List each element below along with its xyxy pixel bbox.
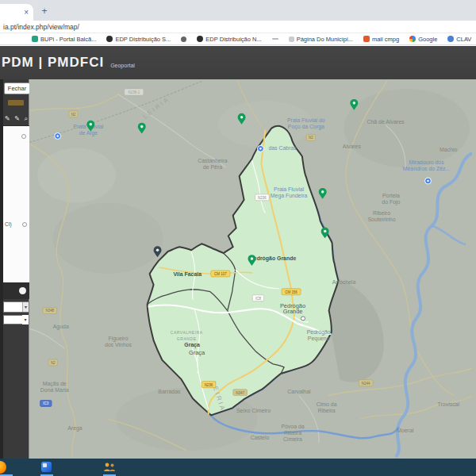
address-bar[interactable]: ia.pt/index.php/view/map/	[0, 21, 476, 33]
bupi-favicon-icon	[32, 36, 38, 42]
road-shield: CM 156	[282, 289, 301, 295]
blue-poi-marker[interactable]	[257, 145, 263, 152]
close-panel-button[interactable]: Fechar	[4, 83, 30, 94]
tab-title: MPI	[0, 9, 24, 17]
svg-text:IC8: IC8	[255, 297, 261, 301]
map-label-ch-de-alvares: Chã de Alvares	[367, 119, 405, 125]
browser-tab[interactable]: MPI ×	[0, 4, 33, 21]
map-label-portela-do-fojo: Portelado Fojo	[382, 193, 400, 205]
taskbar	[0, 459, 476, 476]
edp-favicon-icon	[197, 36, 203, 42]
road-shield: N348	[43, 308, 57, 314]
bookmark-label: mail cmpg	[372, 36, 399, 43]
svg-text:IC3: IC3	[43, 401, 48, 405]
svg-text:N348: N348	[45, 309, 54, 313]
bookmark-label: EDP Distribuição S...	[115, 36, 171, 43]
bookmark-item[interactable]	[272, 38, 278, 40]
blue-poi-marker[interactable]	[55, 133, 61, 140]
bookmark-item[interactable]: CLAV	[447, 36, 471, 43]
bookmark-label: BUPi - Portal Balcã...	[40, 36, 96, 43]
map-label-pedr-g-o-grande: Pedrógão Grande	[250, 255, 296, 262]
bookmark-item[interactable]	[181, 36, 186, 42]
road-shield: IC3	[40, 401, 52, 407]
map-label-seixo-cimeiro: Seixo Cimeiro	[236, 408, 271, 413]
svg-text:N236: N236	[205, 383, 213, 387]
chevron-down-icon: ▾	[22, 315, 29, 324]
svg-text:N2: N2	[71, 113, 76, 117]
map-label-vila-facaia: Vila Facaia	[173, 271, 202, 277]
tab-close-icon[interactable]: ×	[24, 8, 29, 17]
app-title: PDM | PMDFCI	[2, 55, 104, 71]
road-shield: IC8	[252, 295, 263, 301]
browser-window: MPI × + ia.pt/index.php/view/map/ BUPi -…	[0, 0, 476, 45]
road-shield: CM 107	[211, 271, 230, 277]
layer-radio[interactable]	[22, 222, 27, 227]
road-shield: N347	[233, 390, 248, 396]
main-content: Fechar ✎✎⌕ CI) ▾ ▾	[0, 79, 476, 459]
map-label-gra-a: Graça	[189, 349, 205, 356]
bookmark-label: EDP Distribuição N...	[205, 36, 261, 43]
svg-text:N2: N2	[309, 136, 313, 140]
layer-radio[interactable]	[21, 134, 26, 139]
svg-text:CM 156: CM 156	[285, 290, 298, 294]
map-label-figueir-dos-vinhos: Figueiródos Vinhos	[105, 336, 132, 347]
url-text[interactable]: ia.pt/index.php/view/map/	[3, 23, 79, 31]
new-tab-button[interactable]: +	[38, 6, 51, 18]
map-label-p-voa-da-ribeira-cimeira: Póvoa daRibeiraCimeira	[281, 424, 304, 442]
svg-text:N236: N236	[258, 196, 267, 200]
firefox-icon[interactable]	[0, 461, 6, 474]
map-label-miradouro-dos-meandros-do-z-z-: Miradouro dosMeandros do Zêz...	[403, 159, 451, 171]
map-label-ma-s-de-dona-maria: Maçãs deDona Maria	[40, 381, 69, 393]
help-icon[interactable]	[19, 287, 26, 294]
map-label-castelo: Castelo	[251, 435, 270, 440]
map-label-gra-a: Graça	[184, 342, 200, 348]
bookmark-item[interactable]: Página Do Municípi...	[289, 36, 353, 43]
people-icon[interactable]	[103, 463, 116, 472]
edge-icon[interactable]	[41, 462, 52, 472]
chevron-down-icon: ▾	[22, 302, 29, 312]
road-shield: N236	[255, 194, 270, 201]
layers-panel: CI)	[3, 125, 29, 282]
draw-tool-icon[interactable]: ✎	[5, 115, 10, 123]
dot-favicon-icon	[181, 36, 186, 42]
map-label-moeral: Moeral	[397, 428, 414, 433]
svg-text:N347: N347	[236, 391, 244, 395]
svg-text:N236-1: N236-1	[129, 90, 140, 94]
road-shield: N244	[359, 380, 373, 386]
map-label-praia-fluvial-do-po-o-da-corga: Praia Fluvial doPoço da Corga	[287, 117, 325, 130]
layer-row[interactable]: CI)	[5, 221, 27, 227]
search-tool-icon[interactable]: ⌕	[25, 115, 28, 123]
town-dot-marker[interactable]	[301, 317, 305, 321]
bookmarks-bar: BUPi - Portal Balcã...EDP Distribuição S…	[0, 33, 476, 45]
map-label-carvalhal: Carvalhal	[287, 389, 311, 394]
svg-text:CM 107: CM 107	[214, 272, 227, 276]
sidebar-toolbar: ✎✎⌕	[3, 115, 29, 123]
map-label-troviscal: Troviscal	[438, 401, 460, 407]
blue-poi-marker[interactable]	[425, 178, 432, 184]
app-subtitle: Geoportal	[110, 63, 135, 68]
bookmark-item[interactable]: BUPi - Portal Balcã...	[32, 36, 96, 43]
bookmark-item[interactable]: Google	[409, 36, 437, 43]
bookmark-item[interactable]: EDP Distribuição N...	[197, 36, 261, 43]
bookmark-item[interactable]: mail cmpg	[363, 36, 399, 43]
bookmark-label: Google	[418, 36, 437, 43]
baselayer-select[interactable]: ▾	[3, 315, 29, 324]
road-shield: N2	[306, 135, 315, 141]
road-shield: N236-1	[125, 89, 144, 95]
scale-select[interactable]: ▾	[3, 301, 29, 313]
map-label-pedr-g-o-grande: PedrógãoGrande	[280, 302, 305, 316]
bookmark-label: Página Do Municípi...	[297, 36, 353, 43]
app-header: PDM | PMDFCI Geoportal	[0, 45, 476, 79]
map-label-cimo-da-ribeira: Cimo daRibeira	[317, 401, 337, 413]
map-label-pedr-g-o-pequeno: PedrógãoPequeno	[307, 329, 331, 342]
map-label-alvares: Alvares	[343, 144, 362, 149]
map-canvas[interactable]: LEIRIACastanheirade PêraPraia Fluvialde …	[29, 79, 472, 459]
bookmark-label: CLAV	[456, 36, 471, 43]
sidebar-highlight-label	[8, 100, 24, 106]
tab-strip: MPI × +	[0, 0, 476, 21]
map-label-arega: Arega	[67, 425, 83, 432]
bookmark-item[interactable]: EDP Distribuição S...	[106, 36, 171, 43]
none-favicon-icon	[289, 36, 294, 42]
map-viewport[interactable]: LEIRIACastanheirade PêraPraia Fluvialde …	[29, 79, 476, 459]
draw-tool-icon[interactable]: ✎	[14, 115, 20, 123]
